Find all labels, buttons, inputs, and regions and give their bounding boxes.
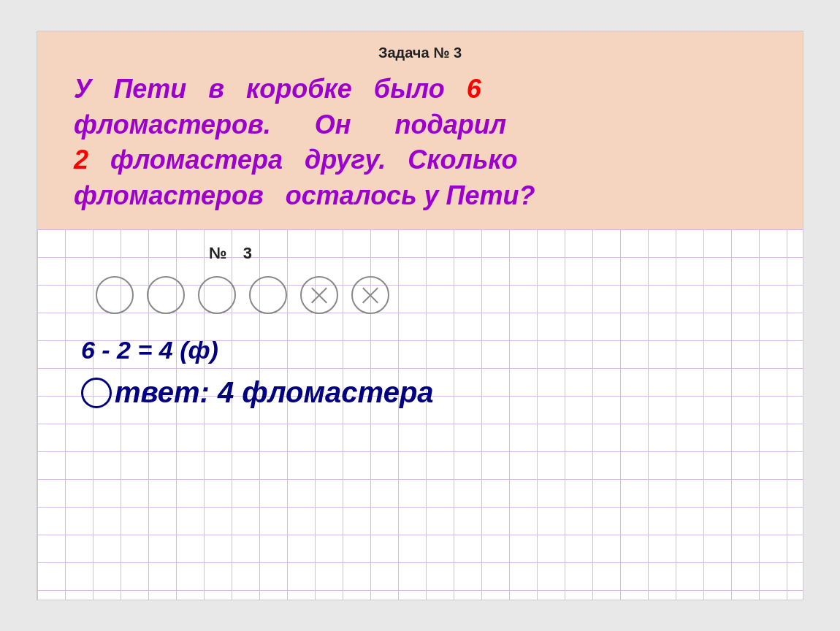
circle-2	[147, 276, 185, 314]
task-text-part1: У Пети в коробке было	[74, 74, 467, 104]
circle-3	[198, 276, 236, 314]
slide: Задача № 3 У Пети в коробке было 6 флома…	[37, 31, 803, 600]
task-number-6: 6	[467, 74, 481, 104]
circle-1	[96, 276, 134, 314]
answer-text: твет: 4 фломастера	[115, 376, 434, 409]
number-label: № 3	[209, 244, 766, 263]
task-title: Задача № 3	[74, 45, 766, 61]
task-text-part3: фломастера другу. Сколько	[88, 145, 517, 175]
grid-area: № 3 6 - 2 = 4 (ф) твет: 4 фломастера	[37, 229, 803, 600]
task-number-2: 2	[74, 145, 88, 175]
circles-row	[96, 276, 766, 314]
equation: 6 - 2 = 4 (ф)	[81, 336, 766, 364]
circle-crossed-2	[351, 276, 389, 314]
answer-circle-o	[81, 378, 112, 408]
header-area: Задача № 3 У Пети в коробке было 6 флома…	[37, 31, 803, 229]
task-text-part4: фломастеров осталось у Пети?	[74, 180, 535, 210]
task-text-part2: фломастеров. Он подарил	[74, 110, 506, 139]
circle-crossed-1	[300, 276, 338, 314]
task-text: У Пети в коробке было 6 фломастеров. Он …	[74, 72, 766, 213]
answer: твет: 4 фломастера	[81, 376, 766, 409]
circle-4	[249, 276, 287, 314]
